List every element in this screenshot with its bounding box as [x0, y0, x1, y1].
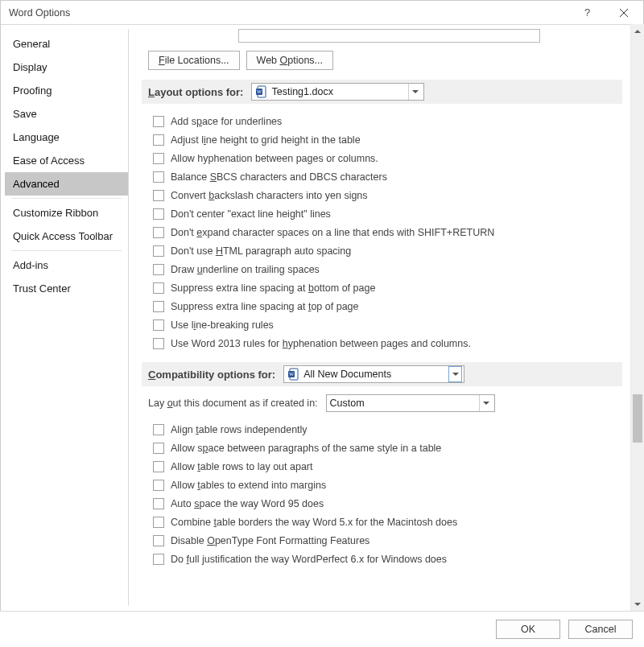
layout-options-label: Layout options for: — [148, 86, 243, 98]
opt-dont-expand-spaces[interactable]: Don't expand character spaces on a line … — [153, 223, 622, 241]
layout-as-row: Lay out this document as if created in: … — [148, 394, 622, 412]
nav-quick-access-toolbar[interactable]: Quick Access Toolbar — [5, 225, 128, 248]
checkbox — [153, 554, 164, 565]
layout-as-combo[interactable]: Custom — [326, 394, 495, 412]
sidebar: General Display Proofing Save Language E… — [0, 24, 129, 611]
checkbox — [153, 227, 164, 238]
nav-customize-ribbon[interactable]: Customize Ribbon — [5, 201, 128, 225]
opt-balance-sbcs-dbcs[interactable]: Balance SBCS characters and DBCS charact… — [153, 167, 622, 186]
opt-align-table-rows[interactable]: Align table rows independently — [153, 420, 622, 439]
opt-use-word2013-hyphen[interactable]: Use Word 2013 rules for hyphenation betw… — [153, 334, 622, 352]
svg-marker-5 — [412, 90, 419, 93]
checkbox — [153, 338, 164, 349]
checkbox — [153, 245, 164, 257]
svg-marker-11 — [634, 30, 641, 33]
chevron-down-icon — [479, 395, 493, 411]
checkbox — [153, 301, 164, 312]
layout-options-combo-value: Testing1.docx — [271, 86, 408, 97]
checkbox — [153, 443, 164, 454]
checkbox — [153, 153, 164, 164]
checkbox — [153, 517, 164, 528]
scroll-thumb[interactable] — [633, 394, 642, 443]
web-options-button[interactable]: Web Options... — [246, 51, 333, 70]
word-document-icon: W — [255, 85, 268, 98]
scroll-content: File Locations... Web Options... Layout … — [134, 24, 630, 611]
checkbox — [153, 424, 164, 435]
opt-allow-table-rows-apart[interactable]: Allow table rows to lay out apart — [153, 457, 622, 476]
file-locations-button[interactable]: File Locations... — [148, 51, 240, 70]
opt-disable-opentype[interactable]: Disable OpenType Font Formatting Feature… — [153, 531, 622, 550]
opt-draw-underline-trailing[interactable]: Draw underline on trailing spaces — [153, 260, 622, 278]
layout-as-label: Lay out this document as if created in: — [148, 398, 318, 409]
checkbox — [153, 535, 164, 546]
svg-text:W: W — [258, 89, 262, 94]
checkbox — [153, 134, 164, 146]
opt-use-line-breaking[interactable]: Use line-breaking rules — [153, 315, 622, 334]
dialog-footer: OK Cancel — [0, 611, 644, 647]
checkbox — [153, 480, 164, 491]
opt-auto-space-word95[interactable]: Auto space the way Word 95 does — [153, 494, 622, 513]
svg-marker-10 — [483, 402, 489, 405]
checkbox — [153, 282, 164, 294]
ok-button[interactable]: OK — [496, 620, 560, 639]
opt-suppress-spacing-bottom[interactable]: Suppress extra line spacing at bottom of… — [153, 278, 622, 297]
scroll-up-button[interactable] — [631, 24, 644, 38]
scroll-down-button[interactable] — [631, 597, 644, 611]
layout-as-combo-value: Custom — [330, 398, 479, 409]
nav-general[interactable]: General — [5, 32, 128, 56]
close-button[interactable] — [605, 1, 642, 24]
checkbox — [153, 190, 164, 201]
main-panel: File Locations... Web Options... Layout … — [134, 24, 644, 611]
compatibility-combo[interactable]: W All New Documents — [283, 365, 464, 383]
opt-combine-table-borders[interactable]: Combine table borders the way Word 5.x f… — [153, 513, 622, 531]
checkbox — [153, 264, 164, 275]
opt-convert-backslash[interactable]: Convert backslash characters into yen si… — [153, 186, 622, 204]
vertical-scrollbar[interactable] — [630, 24, 644, 611]
title-bar: Word Options ? — [1, 1, 643, 25]
help-button[interactable]: ? — [569, 1, 605, 24]
opt-suppress-spacing-top[interactable]: Suppress extra line spacing at top of pa… — [153, 297, 622, 315]
chevron-down-icon — [448, 366, 462, 382]
close-icon — [620, 9, 628, 17]
checkbox — [153, 208, 164, 220]
checkbox — [153, 461, 164, 472]
nav-separator — [11, 198, 122, 199]
nav-advanced[interactable]: Advanced — [5, 172, 128, 196]
chevron-down-icon — [408, 84, 422, 100]
opt-dont-use-html-spacing[interactable]: Don't use HTML paragraph auto spacing — [153, 241, 622, 260]
opt-dont-center-exact[interactable]: Don't center "exact line height" lines — [153, 204, 622, 223]
compatibility-options-list: Align table rows independently Allow spa… — [153, 420, 622, 568]
nav-trust-center[interactable]: Trust Center — [5, 277, 128, 300]
compatibility-section-header: Compatibility options for: W All New Doc… — [142, 362, 622, 386]
checkbox — [153, 116, 164, 127]
opt-full-justification-wp[interactable]: Do full justification the way WordPerfec… — [153, 550, 622, 568]
layout-options-list: Add space for underlines Adjust line hei… — [153, 112, 622, 352]
window-title: Word Options — [9, 7, 569, 19]
opt-allow-hyphenation[interactable]: Allow hyphenation between pages or colum… — [153, 149, 622, 167]
checkbox — [153, 319, 164, 331]
opt-adjust-line-height[interactable]: Adjust line height to grid height in the… — [153, 130, 622, 149]
button-row: File Locations... Web Options... — [148, 51, 622, 70]
nav-proofing[interactable]: Proofing — [5, 79, 128, 102]
compatibility-combo-value: All New Documents — [303, 369, 448, 380]
svg-text:W: W — [289, 372, 294, 377]
word-document-icon: W — [287, 368, 300, 381]
nav-separator — [11, 250, 122, 251]
opt-add-space-underlines[interactable]: Add space for underlines — [153, 112, 622, 130]
compatibility-label: Compatibility options for: — [148, 369, 275, 381]
svg-marker-12 — [634, 603, 641, 606]
layout-options-section-header: Layout options for: W Testing1.docx — [142, 80, 622, 104]
nav-display[interactable]: Display — [5, 56, 128, 79]
cancel-button[interactable]: Cancel — [568, 620, 633, 639]
nav-ease-of-access[interactable]: Ease of Access — [5, 149, 128, 172]
nav-save[interactable]: Save — [5, 102, 128, 126]
top-text-field[interactable] — [238, 29, 540, 43]
opt-allow-tables-margins[interactable]: Allow tables to extend into margins — [153, 476, 622, 494]
nav-add-ins[interactable]: Add-ins — [5, 253, 128, 277]
nav-language[interactable]: Language — [5, 126, 128, 149]
opt-allow-space-paragraphs[interactable]: Allow space between paragraphs of the sa… — [153, 439, 622, 457]
svg-marker-9 — [452, 373, 459, 376]
checkbox — [153, 498, 164, 509]
checkbox — [153, 171, 164, 183]
layout-options-combo[interactable]: W Testing1.docx — [251, 83, 424, 101]
